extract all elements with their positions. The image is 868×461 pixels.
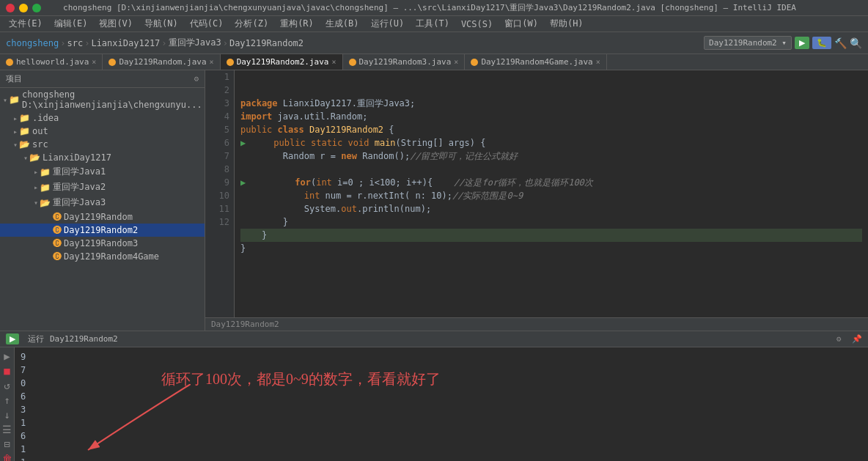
toolbar-icon-build[interactable]: 🔨	[834, 37, 847, 49]
tree-item-Day1219Random3[interactable]: 🅒 Day1219Random3	[0, 237, 205, 250]
java-file-icon: 🅒	[53, 225, 62, 235]
minimize-button[interactable]	[19, 4, 28, 12]
run-trash-icon[interactable]: 🗑	[1, 453, 13, 461]
line-number-8: 8	[210, 163, 229, 176]
tree-item-label: 重回学Java3	[53, 196, 106, 209]
breadcrumb: chongsheng › src › LianxiDay1217 › 重回学Ja…	[6, 37, 304, 49]
code-line-9: System.out.println(num);	[240, 202, 862, 215]
menu-item-帮助[interactable]: 帮助(H)	[544, 16, 589, 32]
tree-arrow[interactable]: ▸	[34, 168, 38, 176]
tree-arrow[interactable]: ▸	[13, 128, 18, 136]
run-button[interactable]: ▶	[795, 37, 809, 49]
tree-item-LianxiDay1217[interactable]: ▾ 📂 LianxiDay1217	[0, 151, 205, 164]
menu-item-编辑[interactable]: 编辑(E)	[48, 16, 94, 32]
editor-tabs: helloworld.java×Day1219Random.java×Day12…	[0, 54, 868, 70]
run-header-icons: ⚙ 📌	[831, 334, 862, 344]
menu-item-文件[interactable]: 文件(E)	[3, 16, 48, 32]
run-tab-name[interactable]: Day1219Random2	[50, 334, 118, 344]
menu-item-重构[interactable]: 重构(R)	[274, 16, 320, 32]
editor-content[interactable]: 123456789101112 package LianxiDay1217.重回…	[205, 70, 868, 317]
run-stop-icon[interactable]: ■	[1, 365, 13, 377]
run-rerun-icon[interactable]: ↺	[1, 380, 13, 391]
menu-item-运行[interactable]: 运行(U)	[365, 16, 411, 32]
tab-close-button[interactable]: ×	[210, 58, 214, 66]
tree-arrow[interactable]: ▾	[3, 96, 7, 104]
toolbar-icon-search[interactable]: 🔍	[850, 37, 862, 49]
code-line-3: public class Day1219Random2 {	[240, 123, 862, 136]
menu-item-窗口[interactable]: 窗口(W)	[499, 16, 544, 32]
tree-arrow[interactable]: ▾	[23, 154, 28, 162]
tree-arrow[interactable]: ▸	[34, 183, 38, 191]
breadcrumb-package[interactable]: LianxiDay1217	[91, 38, 160, 48]
line-number-9: 9	[210, 176, 229, 189]
tree-item-Day1219Random[interactable]: 🅒 Day1219Random	[0, 210, 205, 224]
breadcrumb-file[interactable]: Day1219Random2	[229, 38, 304, 48]
editor-filename: Day1219Random2	[205, 317, 868, 331]
editor-tab-1[interactable]: Day1219Random.java×	[103, 54, 220, 70]
breadcrumb-project[interactable]: chongsheng	[6, 38, 59, 48]
run-up-icon[interactable]: ↑	[1, 394, 13, 406]
menu-item-导航[interactable]: 导航(N)	[139, 16, 184, 32]
branch-selector[interactable]: Day1219Random2 ▾	[704, 36, 792, 50]
toolbar-right: Day1219Random2 ▾ ▶ 🐛 🔨 🔍	[704, 36, 862, 50]
tree-item-Day1219Random4Game[interactable]: 🅒 Day1219Random4Game	[0, 250, 205, 263]
tab-label: helloworld.java	[16, 57, 89, 67]
maximize-button[interactable]	[32, 4, 41, 12]
editor-area: 123456789101112 package LianxiDay1217.重回…	[205, 70, 868, 331]
close-button[interactable]	[6, 4, 15, 12]
tab-close-button[interactable]: ×	[596, 58, 600, 66]
editor-tab-0[interactable]: helloworld.java×	[0, 54, 103, 70]
sidebar-title: 项目	[6, 73, 22, 84]
tree-item-label: chongsheng D:\xinjianwenjianjia\chengxun…	[22, 89, 202, 110]
menu-item-生成[interactable]: 生成(B)	[320, 16, 365, 32]
tab-close-button[interactable]: ×	[331, 58, 336, 66]
tree-item-chongsheng-D:\xinjianwenjianjia\chengxunyu...[interactable]: ▾ 📁 chongsheng D:\xinjianwenjianjia\chen…	[0, 88, 205, 111]
run-play-icon[interactable]: ▶	[1, 350, 13, 362]
breadcrumb-src[interactable]: src	[67, 38, 83, 48]
tab-label: Day1219Random4Game.java	[481, 57, 592, 67]
folder-icon: 📂	[19, 139, 30, 150]
tab-java-icon	[471, 59, 478, 66]
tab-java-icon	[108, 59, 116, 66]
tree-arrow[interactable]: ▾	[13, 141, 18, 149]
tab-close-button[interactable]: ×	[92, 58, 96, 66]
tree-item-src[interactable]: ▾ 📂 src	[0, 138, 205, 151]
tree-item-重回学Java2[interactable]: ▸ 📁 重回学Java2	[0, 180, 205, 195]
breadcrumb-sub[interactable]: 重回学Java3	[169, 37, 221, 49]
tab-label: Day1219Random2.java	[237, 57, 329, 67]
debug-button[interactable]: 🐛	[812, 37, 831, 49]
run-header: ▶ 运行 Day1219Random2 ⚙ 📌	[0, 331, 868, 347]
tree-item-out[interactable]: ▸ 📁 out	[0, 125, 205, 138]
code-line-8: int num = r.nextInt( n: 10);//实际范围是0~9	[240, 189, 862, 202]
java-file-icon: 🅒	[53, 238, 62, 248]
menu-item-工具[interactable]: 工具(T)	[410, 16, 455, 32]
tab-close-button[interactable]: ×	[454, 58, 458, 66]
menu-item-视图[interactable]: 视图(V)	[93, 16, 139, 32]
tree-arrow[interactable]: ▾	[34, 199, 38, 207]
run-filter-icon[interactable]: ☰	[1, 424, 13, 435]
editor-tab-3[interactable]: Day1219Random3.java×	[343, 54, 466, 70]
run-again-button[interactable]: ▶	[6, 333, 19, 344]
editor-tab-2[interactable]: Day1219Random2.java×	[221, 54, 343, 70]
tree-item-label: Day1219Random4Game	[64, 251, 159, 262]
menu-item-VCS[interactable]: VCS(S)	[455, 18, 499, 31]
output-line: 0	[21, 377, 862, 390]
tree-item-重回学Java1[interactable]: ▸ 📁 重回学Java1	[0, 164, 205, 180]
editor-tab-4[interactable]: Day1219Random4Game.java×	[465, 54, 606, 70]
output-line: 7	[21, 364, 862, 377]
menu-item-分析[interactable]: 分析(Z)	[229, 16, 274, 32]
tree-item-Day1219Random2[interactable]: 🅒 Day1219Random2	[0, 224, 205, 237]
tree-item-重回学Java3[interactable]: ▾ 📂 重回学Java3	[0, 195, 205, 210]
tree-item-.idea[interactable]: ▸ 📁 .idea	[0, 111, 205, 125]
sidebar-settings-icon[interactable]: ⚙	[194, 74, 199, 84]
run-down-icon[interactable]: ↓	[1, 409, 13, 421]
run-settings-icon[interactable]: ⚙	[836, 334, 842, 344]
code-line-4: ▶ public static void main(String[] args)…	[240, 136, 862, 150]
folder-icon: 📁	[19, 126, 30, 136]
tree-arrow[interactable]: ▸	[13, 114, 18, 122]
menu-item-代码[interactable]: 代码(C)	[184, 16, 229, 32]
run-tab-label[interactable]: 运行	[28, 333, 44, 344]
run-pin-icon[interactable]: 📌	[852, 334, 862, 344]
run-copy-icon[interactable]: ⊟	[1, 438, 13, 450]
java-file-icon: 🅒	[53, 212, 62, 222]
